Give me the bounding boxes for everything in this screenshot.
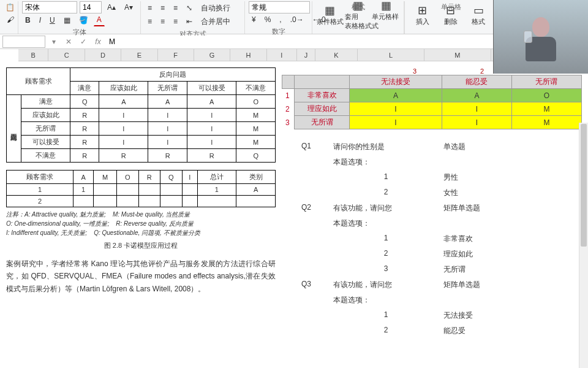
orient[interactable]: ⤡ <box>183 2 195 14</box>
scrollbar-thumb[interactable] <box>581 124 587 247</box>
align-center[interactable]: ≡ <box>157 15 168 28</box>
align-left[interactable]: ≡ <box>145 15 155 28</box>
fx-icon[interactable]: fx <box>92 36 104 48</box>
align-top[interactable]: ≡ <box>145 2 155 14</box>
col-M[interactable]: M <box>424 49 491 61</box>
col-I[interactable]: I <box>267 49 297 61</box>
webcam-overlay <box>493 0 588 74</box>
font-name[interactable] <box>22 1 77 13</box>
number-format[interactable] <box>249 1 310 13</box>
paste-button[interactable]: 📋 <box>6 1 14 13</box>
merge-center[interactable]: 合并居中 <box>198 15 233 29</box>
font-size[interactable] <box>80 1 102 13</box>
worksheet-area: BCDEFGHIJKLMNO 顾客需求反向问题 满意应该如此无所谓可以接受不满意… <box>0 49 588 368</box>
increase-font[interactable]: A▴ <box>104 1 119 13</box>
fill-color[interactable]: 🪣 <box>76 14 91 26</box>
confirm-icon[interactable]: ✓ <box>77 36 89 48</box>
align-mid[interactable]: ≡ <box>157 2 168 14</box>
kano-table-1: 顾客需求反向问题 满意应该如此无所谓可以接受不满意 正向问题满意QAAAO应该如… <box>6 67 276 163</box>
format-painter[interactable]: 🖌 <box>6 13 14 26</box>
percent[interactable]: % <box>262 13 274 26</box>
col-L[interactable]: L <box>358 49 424 61</box>
col-B[interactable]: B <box>18 49 48 61</box>
col-H[interactable]: H <box>230 49 266 61</box>
comma[interactable]: , <box>276 13 284 26</box>
kano-matrix[interactable]: 无法接受能忍受无所谓 1非常喜欢AAO2理应如此IIM3无所谓IIM <box>282 75 582 129</box>
figure-caption: 图 2.8 卡诺模型应用过程 <box>6 241 276 250</box>
col-D[interactable]: D <box>85 49 121 61</box>
currency[interactable]: ¥ <box>249 13 259 26</box>
legend-notes: 注释：A: Attractive quality, 魅力质量; M: Must-… <box>6 210 276 237</box>
align-right[interactable]: ≡ <box>170 15 181 28</box>
group-cell-label: 单元格 <box>405 2 497 12</box>
dropdown-icon[interactable]: ▾ <box>48 36 60 48</box>
name-box[interactable] <box>2 36 45 48</box>
underline-button[interactable]: U <box>47 14 58 26</box>
col-E[interactable]: E <box>121 49 157 61</box>
dec-inc[interactable]: .0→ <box>287 13 307 26</box>
italic-button[interactable]: I <box>36 14 44 26</box>
right-data-region: 321 无法接受能忍受无所谓 1非常喜欢AAO2理应如此IIM3无所谓IIM Q… <box>282 67 582 337</box>
embedded-doc: 顾客需求反向问题 满意应该如此无所谓可以接受不满意 正向问题满意QAAAO应该如… <box>6 67 276 295</box>
wrap-text[interactable]: 自动换行 <box>198 1 233 15</box>
vertical-scrollbar[interactable] <box>579 123 588 368</box>
kano-table-2: 顾客需求AMORQI总计类别 111A2 <box>6 170 276 207</box>
col-J[interactable]: J <box>297 49 315 61</box>
indent-dec[interactable]: ⇤ <box>183 15 195 28</box>
col-G[interactable]: G <box>194 49 230 61</box>
cancel-icon[interactable]: ✕ <box>62 36 75 48</box>
align-bot[interactable]: ≡ <box>170 2 181 14</box>
question-list: Q1请问你的性别是单选题本题选项：1男性2女性Q2有该功能，请问您矩阵单选题本题… <box>282 140 582 337</box>
col-F[interactable]: F <box>158 49 194 61</box>
bold-button[interactable]: B <box>22 14 34 26</box>
group-style-label: 样式 <box>312 2 404 12</box>
border-button[interactable]: ▦ <box>61 14 74 26</box>
col-K[interactable]: K <box>315 49 358 61</box>
decrease-font[interactable]: A▾ <box>121 1 136 13</box>
col-C[interactable]: C <box>48 49 85 61</box>
paragraph-text: 案例研究中，学者经常将 Kano 理论与其他评价产品与服务发展的方法进行综合研究… <box>6 258 276 295</box>
font-color[interactable]: A <box>94 13 105 26</box>
